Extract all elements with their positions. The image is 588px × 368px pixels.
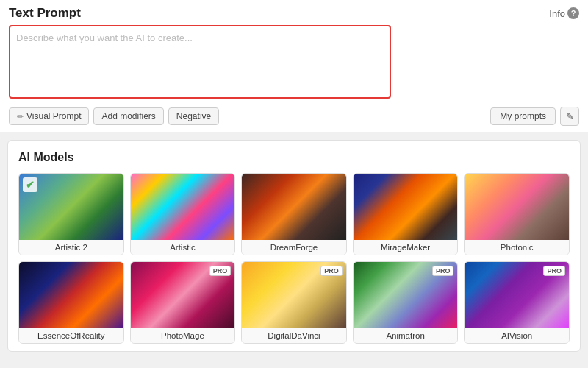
add-modifiers-button[interactable]: Add modifiers xyxy=(93,107,163,125)
toolbar-right: My prompts ✎ xyxy=(490,107,579,126)
pro-badge-aivision: PRO xyxy=(543,266,565,276)
model-label-digitaldavinci: DigitalDaVinci xyxy=(242,328,346,343)
visual-prompt-label: Visual Prompt xyxy=(26,111,81,121)
model-label-photonic: Photonic xyxy=(465,240,569,255)
model-card-photonic[interactable]: Photonic xyxy=(464,173,570,255)
top-section: Text Prompt Info ? ✏ Visual Prompt Add m… xyxy=(0,0,588,132)
pro-badge-digitaldavinci: PRO xyxy=(320,266,343,276)
my-prompts-button[interactable]: My prompts xyxy=(490,107,556,125)
negative-label: Negative xyxy=(176,111,211,121)
model-card-aivision[interactable]: PRO AIVision xyxy=(464,261,570,344)
add-modifiers-label: Add modifiers xyxy=(101,111,155,121)
model-label-artistic2: Artistic 2 xyxy=(19,240,123,255)
my-prompts-label: My prompts xyxy=(500,111,546,121)
pencil-icon: ✏ xyxy=(17,112,24,121)
edit-icon-button[interactable]: ✎ xyxy=(560,107,579,126)
model-card-artistic[interactable]: Artistic xyxy=(130,173,236,255)
info-icon: ? xyxy=(567,7,579,19)
model-card-digitaldavinci[interactable]: PRO DigitalDaVinci xyxy=(241,261,347,344)
pro-badge-photomage: PRO xyxy=(209,266,232,276)
visual-prompt-button[interactable]: ✏ Visual Prompt xyxy=(9,107,89,125)
top-header: Text Prompt Info ? xyxy=(9,6,579,21)
toolbar-left: ✏ Visual Prompt Add modifiers Negative xyxy=(9,107,219,125)
toolbar: ✏ Visual Prompt Add modifiers Negative M… xyxy=(9,107,579,126)
pro-badge-animatron: PRO xyxy=(432,266,454,276)
model-label-photomage: PhotoMage xyxy=(131,328,235,343)
models-title: AI Models xyxy=(18,151,570,164)
model-card-photomage[interactable]: PRO PhotoMage xyxy=(130,261,236,344)
model-label-dreamforge: DreamForge xyxy=(242,240,346,255)
info-label: Info xyxy=(549,8,565,19)
model-card-miragemaker[interactable]: MirageMaker xyxy=(353,173,459,255)
model-card-dreamforge[interactable]: DreamForge xyxy=(241,173,347,255)
model-label-aivision: AIVision xyxy=(465,328,569,343)
prompt-textarea[interactable] xyxy=(9,25,391,99)
selected-badge: ✔ xyxy=(23,177,37,192)
models-grid: ✔ Artistic 2 Artistic DreamForge MirageM… xyxy=(18,173,570,344)
models-section: AI Models ✔ Artistic 2 Artistic DreamFor… xyxy=(7,140,581,352)
model-label-artistic: Artistic xyxy=(131,240,235,255)
model-label-essenceofre: EssenceOfReality xyxy=(19,328,123,343)
model-card-essenceofre[interactable]: EssenceOfReality xyxy=(18,261,124,344)
info-button[interactable]: Info ? xyxy=(549,7,579,19)
edit-icon: ✎ xyxy=(566,111,574,122)
model-label-animatron: Animatron xyxy=(354,328,458,343)
model-card-animatron[interactable]: PRO Animatron xyxy=(353,261,459,344)
negative-button[interactable]: Negative xyxy=(168,107,219,125)
model-card-artistic2[interactable]: ✔ Artistic 2 xyxy=(18,173,124,255)
model-label-miragemaker: MirageMaker xyxy=(354,240,458,255)
page-title: Text Prompt xyxy=(9,6,81,21)
